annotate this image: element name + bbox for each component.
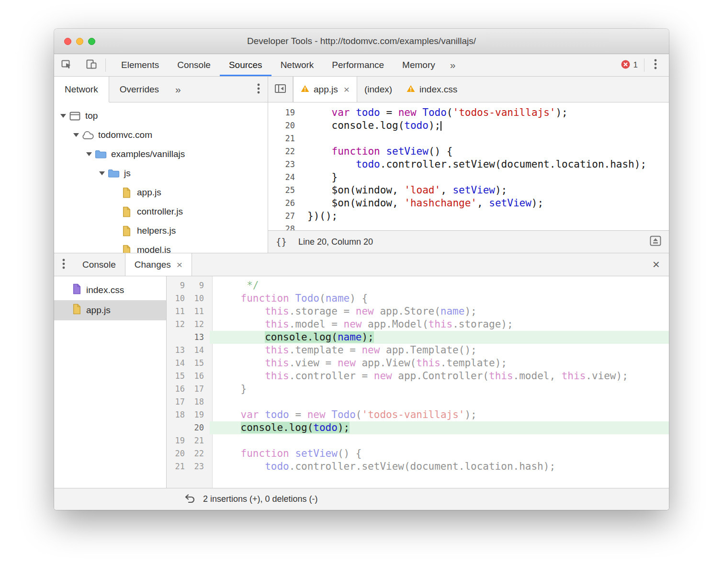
code-line: 19 var todo = new Todo('todos-vanillajs'… bbox=[268, 106, 669, 119]
line-number[interactable]: 26 bbox=[268, 197, 303, 210]
devtools-menu-button[interactable] bbox=[646, 54, 665, 76]
drawer-menu-button[interactable] bbox=[54, 253, 73, 276]
tree-item-todomvc-com[interactable]: todomvc.com bbox=[54, 125, 268, 145]
line-number[interactable]: 25 bbox=[268, 184, 303, 197]
kebab-menu-icon bbox=[654, 58, 657, 72]
drawer-tab-changes[interactable]: Changes× bbox=[125, 253, 192, 276]
diff-row-context: 1010 function Todo(name) { bbox=[167, 292, 669, 305]
pretty-print-button[interactable]: {} bbox=[276, 237, 287, 247]
device-toolbar-button[interactable] bbox=[79, 54, 104, 76]
drawer-tab-console[interactable]: Console bbox=[73, 253, 125, 276]
navigator-sidebar: NetworkOverrides » toptodomvc.comexample… bbox=[54, 77, 268, 253]
code-text[interactable] bbox=[303, 132, 307, 145]
chevron-down-icon[interactable] bbox=[98, 171, 106, 175]
code-text[interactable]: $on(window, 'load', setView); bbox=[303, 184, 507, 197]
diff-new-line-number: 15 bbox=[188, 357, 210, 370]
toolbar-separator bbox=[105, 58, 106, 72]
code-text[interactable]: })(); bbox=[303, 210, 338, 223]
diff-code-text: this.model = new app.Model(this.storage)… bbox=[210, 318, 669, 331]
tab-network[interactable]: Network bbox=[271, 54, 323, 76]
line-number[interactable]: 20 bbox=[268, 119, 303, 132]
source-tab-index-css[interactable]: index.css bbox=[399, 77, 464, 102]
diff-row-context: 1516 this.controller = new app.Controlle… bbox=[167, 370, 669, 383]
warning-icon bbox=[407, 84, 415, 95]
diff-row-context: 1314 this.template = new app.Template(); bbox=[167, 344, 669, 357]
diff-code-text: this.template = new app.Template(); bbox=[210, 344, 669, 357]
error-badge[interactable]: 1 bbox=[616, 54, 643, 76]
zoom-window-button[interactable] bbox=[88, 38, 95, 45]
chevron-down-icon[interactable] bbox=[85, 152, 93, 156]
revert-changes-button[interactable] bbox=[184, 494, 196, 505]
tree-item-js[interactable]: js bbox=[54, 164, 268, 183]
line-number[interactable]: 24 bbox=[268, 171, 303, 184]
changed-files-list: index.cssapp.js bbox=[54, 276, 167, 488]
tree-item-label: top bbox=[85, 111, 98, 121]
minimize-window-button[interactable] bbox=[76, 38, 83, 45]
line-number[interactable]: 22 bbox=[268, 145, 303, 158]
diff-row-context: 1111 this.storage = new app.Store(name); bbox=[167, 305, 669, 318]
diff-old-line-number: 13 bbox=[167, 344, 188, 357]
more-navigator-tabs-button[interactable]: » bbox=[169, 77, 187, 102]
diff-new-line-number: 10 bbox=[188, 292, 210, 305]
changed-file-index-css[interactable]: index.css bbox=[54, 280, 166, 300]
diff-summary: 2 insertions (+), 0 deletions (-) bbox=[203, 494, 318, 504]
navigator-tab-overrides[interactable]: Overrides bbox=[109, 77, 169, 102]
code-text[interactable]: todo.controller.setView(document.locatio… bbox=[303, 158, 646, 171]
navigator-tab-network[interactable]: Network bbox=[54, 77, 109, 102]
tree-item-app-js[interactable]: app.js bbox=[54, 183, 268, 202]
tab-close-icon[interactable]: × bbox=[344, 84, 350, 95]
tree-item-controller-js[interactable]: controller.js bbox=[54, 202, 268, 221]
code-text[interactable]: var todo = new Todo('todos-vanillajs'); bbox=[303, 106, 568, 119]
line-number[interactable]: 21 bbox=[268, 132, 303, 145]
changes-panel: index.cssapp.js 99 */1010 function Todo(… bbox=[54, 276, 669, 488]
tab-sources[interactable]: Sources bbox=[220, 54, 271, 76]
tab-close-icon[interactable]: × bbox=[177, 259, 182, 271]
tree-item-model-js[interactable]: model.js bbox=[54, 240, 268, 253]
code-text[interactable]: function setView() { bbox=[303, 145, 452, 158]
file-js-icon bbox=[119, 206, 134, 217]
navigator-menu-button[interactable] bbox=[249, 77, 268, 102]
file-js-icon bbox=[119, 187, 134, 198]
source-tab-index[interactable]: (index) bbox=[357, 77, 399, 102]
diff-new-line-number: 19 bbox=[188, 408, 210, 421]
eject-button[interactable] bbox=[650, 236, 661, 248]
titlebar[interactable]: Developer Tools - http://todomvc.com/exa… bbox=[54, 29, 669, 54]
diff-old-line-number: 15 bbox=[167, 370, 188, 383]
line-number[interactable]: 23 bbox=[268, 158, 303, 171]
tree-item-examples-vanillajs[interactable]: examples/vanillajs bbox=[54, 145, 268, 164]
source-tab-label: app.js bbox=[314, 84, 338, 95]
tree-item-helpers-js[interactable]: helpers.js bbox=[54, 221, 268, 240]
toggle-navigator-button[interactable] bbox=[268, 77, 293, 102]
inspect-element-button[interactable] bbox=[54, 54, 79, 76]
tab-console[interactable]: Console bbox=[168, 54, 220, 76]
close-drawer-button[interactable]: × bbox=[644, 253, 669, 276]
close-window-button[interactable] bbox=[64, 38, 71, 45]
code-line: 25 $on(window, 'load', setView); bbox=[268, 184, 669, 197]
code-editor[interactable]: 19 var todo = new Todo('todos-vanillajs'… bbox=[268, 102, 669, 230]
tree-item-label: js bbox=[124, 168, 131, 179]
line-number[interactable]: 28 bbox=[268, 223, 303, 230]
code-text[interactable]: } bbox=[303, 171, 338, 184]
diff-old-line-number bbox=[167, 331, 188, 344]
more-panels-button[interactable]: » bbox=[444, 54, 462, 76]
diff-row-context: 1415 this.view = new app.View(this.templ… bbox=[167, 357, 669, 370]
diff-code-text: function Todo(name) { bbox=[210, 292, 669, 305]
code-text[interactable]: console.log(todo); bbox=[303, 119, 441, 132]
changes-status-bar: 2 insertions (+), 0 deletions (-) bbox=[54, 488, 669, 510]
code-text[interactable] bbox=[303, 223, 307, 230]
tab-performance[interactable]: Performance bbox=[323, 54, 393, 76]
source-tab-app-js[interactable]: app.js× bbox=[293, 77, 357, 102]
tree-item-top[interactable]: top bbox=[54, 106, 268, 125]
tab-elements[interactable]: Elements bbox=[112, 54, 168, 76]
line-number[interactable]: 27 bbox=[268, 210, 303, 223]
tab-memory[interactable]: Memory bbox=[393, 54, 444, 76]
diff-row-context: 99 */ bbox=[167, 279, 669, 292]
code-text[interactable]: $on(window, 'hashchange', setView); bbox=[303, 197, 543, 210]
tree-item-label: examples/vanillajs bbox=[111, 149, 185, 159]
frame-icon bbox=[68, 112, 82, 121]
chevron-down-icon[interactable] bbox=[72, 133, 80, 137]
changed-file-app-js[interactable]: app.js bbox=[54, 300, 166, 320]
chevron-down-icon[interactable] bbox=[59, 114, 68, 118]
diff-code-text: } bbox=[210, 383, 669, 396]
line-number[interactable]: 19 bbox=[268, 106, 303, 119]
